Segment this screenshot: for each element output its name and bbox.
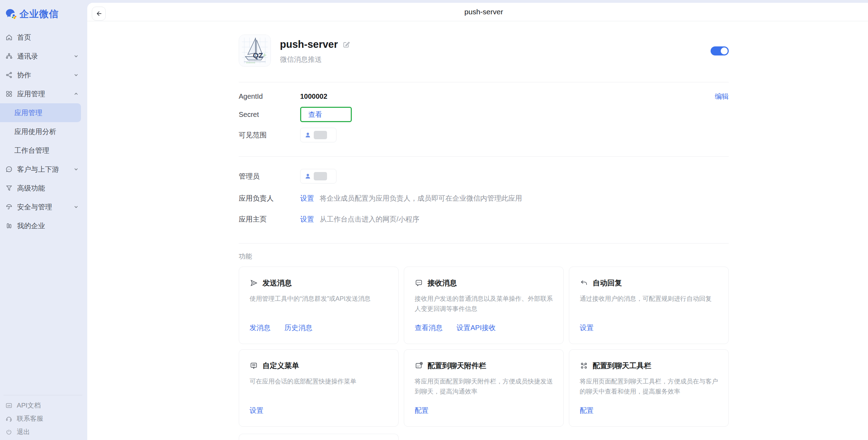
agent-id-value: 1000002 [300, 92, 327, 100]
home-icon [5, 33, 13, 41]
sidebar-footer: API API文档 联系客服 退出 [3, 395, 82, 439]
app-enabled-toggle[interactable] [711, 46, 729, 55]
send-message-icon [250, 279, 258, 287]
sidebar-item-my-enterprise[interactable]: 我的企业 [0, 216, 87, 235]
card-chat-attachment-bar: 配置到聊天附件栏 将应用页面配置到聊天附件栏，方便成员快捷发送到聊天，提高沟通效… [404, 349, 564, 427]
card-send-message: 发送消息 使用管理工具中的“消息群发”或API发送消息 发消息 历史消息 [239, 267, 399, 344]
sidebar-item-label: 安全与管理 [17, 202, 52, 212]
advanced-icon [5, 184, 13, 192]
card-title: 配置到聊天工具栏 [593, 361, 651, 371]
security-icon [5, 203, 13, 211]
page-title: push-server [239, 3, 729, 21]
feature-cards: 发送消息 使用管理工具中的“消息群发”或API发送消息 发消息 历史消息 接收消… [239, 267, 729, 427]
attachment-bar-config-link[interactable]: 配置 [415, 406, 429, 415]
member-name-blob [314, 131, 327, 139]
logout-icon [5, 428, 13, 436]
app-owner-label: 应用负责人 [239, 194, 300, 203]
view-secret-label: 查看 [308, 110, 322, 119]
app-name: push-server [280, 39, 338, 50]
view-messages-link[interactable]: 查看消息 [415, 323, 443, 333]
chevron-down-icon [74, 73, 79, 77]
set-homepage-link[interactable]: 设置 [300, 215, 314, 224]
edit-app-icon[interactable] [342, 40, 350, 49]
sidebar-item-home[interactable]: 首页 [0, 28, 87, 47]
auto-reply-settings-link[interactable]: 设置 [580, 323, 594, 333]
sidebar-item-advanced[interactable]: 高级功能 [0, 179, 87, 197]
sidebar-item-logout[interactable]: 退出 [3, 425, 82, 439]
collaboration-icon [5, 71, 13, 79]
set-owner-link[interactable]: 设置 [300, 194, 314, 203]
topbar: push-server [87, 3, 868, 21]
toolbar-config-link[interactable]: 配置 [580, 406, 594, 415]
admin-row: 管理员 [239, 165, 729, 187]
receive-message-icon [415, 279, 423, 287]
app-icon: QZ [239, 35, 271, 67]
support-icon [5, 415, 13, 423]
svg-text:API: API [7, 404, 11, 407]
sidebar-subitem-app-management[interactable]: 应用管理 [0, 103, 81, 122]
partial-card-next-row [239, 434, 399, 440]
app-admin-section: 管理员 应用负责人 设置 将企业成员配置为应用负责人，成员即可在企业微信内管理此… [239, 157, 729, 243]
admin-member-pill[interactable] [300, 169, 336, 184]
secret-label: Secret [239, 111, 300, 119]
app-homepage-row: 应用主页 设置 从工作台点击进入的网页/小程序 [239, 209, 729, 229]
contacts-icon [5, 52, 13, 60]
chevron-down-icon [74, 204, 79, 209]
sidebar-subitem-workbench-management[interactable]: 工作台管理 [0, 141, 87, 160]
message-history-link[interactable]: 历史消息 [284, 323, 312, 333]
sidebar-subitem-app-usage-analysis[interactable]: 应用使用分析 [0, 122, 87, 141]
sidebar-item-label: 协作 [17, 70, 31, 80]
sidebar-subitem-label: 应用管理 [14, 108, 42, 118]
edit-link[interactable]: 编辑 [715, 92, 729, 101]
card-custom-menu: 自定义菜单 可在应用会话的底部配置快捷操作菜单 设置 [239, 349, 399, 427]
logo-text: 企业微信 [20, 8, 59, 20]
sidebar-item-security[interactable]: 安全与管理 [0, 197, 87, 216]
sidebar-item-contact-support[interactable]: 联系客服 [3, 412, 82, 425]
sidebar-item-app-management[interactable]: 应用管理 [0, 84, 87, 103]
app-meta: push-server 微信消息推送 [280, 39, 350, 67]
back-arrow-icon [95, 10, 103, 17]
visible-scope-member-pill[interactable] [300, 128, 336, 142]
toggle-knob [721, 47, 728, 54]
sidebar-footer-label: 退出 [17, 427, 30, 437]
sidebar-footer-label: 联系客服 [17, 414, 43, 423]
visible-scope-row: 可见范围 [239, 124, 729, 146]
secret-row: Secret 查看 [239, 105, 729, 124]
api-doc-icon: API [5, 402, 13, 409]
view-secret-button[interactable]: 查看 [300, 107, 352, 122]
send-message-link[interactable]: 发消息 [250, 323, 270, 333]
app-homepage-desc: 从工作台点击进入的网页/小程序 [320, 215, 420, 224]
wecom-bubble-icon [5, 8, 17, 20]
card-desc: 可在应用会话的底部配置快捷操作菜单 [250, 376, 388, 387]
sidebar-subitem-label: 工作台管理 [14, 146, 49, 155]
card-title: 接收消息 [428, 278, 457, 288]
chevron-down-icon [74, 54, 79, 59]
sidebar-menu: 首页 通讯录 协作 应用管理 应用管理 应用使用分析 工作台管理 客户与上下游 [0, 28, 87, 235]
divider [239, 243, 729, 244]
sidebar-item-api-docs[interactable]: API API文档 [3, 399, 82, 412]
admin-label: 管理员 [239, 172, 300, 181]
sidebar-item-label: 应用管理 [17, 89, 45, 99]
chat-attachment-icon [415, 361, 423, 370]
sidebar-item-customers[interactable]: 客户与上下游 [0, 160, 87, 179]
sidebar-item-collaboration[interactable]: 协作 [0, 66, 87, 84]
custom-menu-settings-link[interactable]: 设置 [250, 406, 264, 415]
sidebar-item-contacts[interactable]: 通讯录 [0, 47, 87, 66]
app-homepage-label: 应用主页 [239, 215, 300, 224]
back-button[interactable] [92, 7, 106, 21]
card-desc: 使用管理工具中的“消息群发”或API发送消息 [250, 294, 388, 304]
wecom-logo[interactable]: 企业微信 [5, 8, 59, 20]
sidebar-item-label: 首页 [17, 33, 31, 42]
visible-scope-label: 可见范围 [239, 130, 300, 140]
chat-toolbar-icon [580, 361, 588, 370]
card-title: 发送消息 [262, 278, 292, 288]
sidebar-footer-label: API文档 [17, 401, 41, 410]
features-section-label: 功能 [239, 252, 729, 260]
member-avatar-icon [304, 132, 311, 139]
content: QZ push-server 微信消息推送 AgentId 1000002 编辑 [239, 21, 729, 440]
card-title: 自动回复 [593, 278, 622, 288]
chevron-down-icon [74, 167, 79, 172]
card-desc: 通过接收用户的消息，可配置规则进行自动回复 [580, 294, 718, 304]
set-api-receive-link[interactable]: 设置API接收 [457, 323, 496, 333]
sidebar-subitem-label: 应用使用分析 [14, 127, 56, 136]
